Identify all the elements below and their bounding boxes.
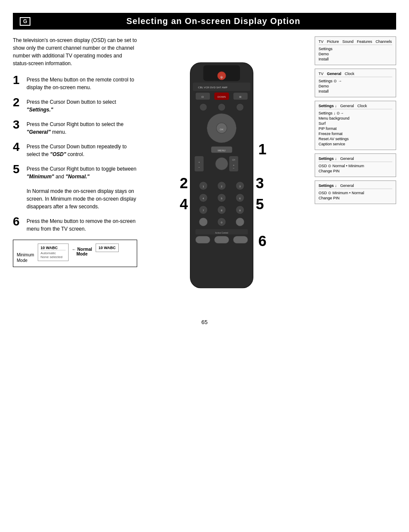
svg-text:1: 1 [203, 185, 204, 188]
menu-1-demo: Demo [319, 52, 392, 56]
menu-3-caption: Caption service [319, 142, 392, 146]
step-5-number: 5 [13, 163, 23, 175]
step-2-text: Press the Cursor Down button to select "… [27, 96, 137, 114]
step-3-number: 3 [13, 119, 23, 131]
svg-text:6: 6 [259, 233, 267, 249]
page-number: 65 [0, 319, 409, 325]
step-3-text: Press the Cursor Right button to select … [27, 119, 137, 136]
step-6-text: Press the Menu button to remove the on-s… [27, 216, 137, 233]
step-5-text: Press the Cursor Right button to toggle … [27, 163, 137, 180]
menu-4-osd: OSD ⊙ Normal • Minimum [319, 164, 392, 168]
osd-minimum-label: MinimumMode [17, 243, 34, 263]
svg-point-16 [207, 125, 214, 132]
svg-text:−: − [198, 166, 200, 169]
svg-text:4: 4 [203, 197, 204, 200]
menu-2-demo: Demo [319, 84, 392, 88]
svg-text:CBL VCR DVD SAT AMP: CBL VCR DVD SAT AMP [198, 86, 227, 89]
svg-rect-56 [233, 236, 248, 243]
main-content: The television's on-screen display (OSD)… [13, 36, 396, 310]
svg-text:5: 5 [256, 196, 264, 212]
menu-1-install: Install [319, 57, 392, 61]
menu-5-osd: OSD ⊙ Minimum • Normal [319, 191, 392, 195]
menu-3-pip: PIP format [319, 126, 392, 131]
menu-5-title: Settings ↓ General [319, 183, 392, 189]
svg-text:OK: OK [220, 128, 224, 131]
remote-illustration: CBL VCR DVD SAT AMP ⊡ DOWN ⊞ OK [142, 36, 310, 310]
intro-paragraph: The television's on-screen display (OSD)… [13, 36, 137, 67]
svg-point-11 [218, 103, 225, 111]
step-4-number: 4 [13, 141, 23, 153]
step-5-extra: 5 In Normal mode the on-screen display s… [13, 186, 137, 210]
svg-point-51 [236, 218, 244, 226]
menu-screen-4: Settings ↓ General OSD ⊙ Normal • Minimu… [315, 153, 396, 177]
left-column: The television's on-screen display (OSD)… [13, 36, 137, 310]
svg-text:2: 2 [221, 185, 223, 188]
menu-3-freeze: Freeze format [319, 132, 392, 136]
svg-text:3: 3 [239, 185, 241, 188]
svg-rect-55 [214, 236, 229, 243]
menu-screen-5: Settings ↓ General OSD ⊙ Minimum • Norma… [315, 180, 396, 204]
osd-diagram: MinimumMode 10 WABC Automatic None selec… [13, 240, 137, 267]
svg-text:+: + [233, 163, 235, 166]
step-5-extra-text: In Normal mode the on-screen display sta… [27, 186, 137, 210]
menu-1-title: TV Picture Sound Features Channels [319, 39, 392, 45]
step-1: 1 Press the Menu button on the remote co… [13, 74, 137, 91]
step-2-number: 2 [13, 96, 23, 108]
svg-point-12 [236, 103, 244, 111]
step-6-number: 6 [13, 216, 23, 228]
svg-point-10 [200, 103, 207, 111]
page-header: G Selecting an On-screen Display Option [13, 13, 396, 30]
svg-text:3: 3 [256, 175, 264, 191]
step-2: 2 Press the Cursor Down button to select… [13, 96, 137, 114]
svg-text:4: 4 [180, 196, 188, 212]
svg-text:2: 2 [180, 175, 188, 191]
step-3: 3 Press the Cursor Right button to selec… [13, 119, 137, 136]
remote-svg: CBL VCR DVD SAT AMP ⊡ DOWN ⊞ OK [174, 36, 269, 309]
svg-text:−: − [233, 167, 235, 170]
menu-screen-2: TV General Clock Settings ⊙ → Demo Insta… [315, 69, 396, 97]
svg-rect-54 [195, 236, 210, 243]
menu-4-pin: Change PIN [319, 169, 392, 173]
svg-text:⊞: ⊞ [239, 95, 241, 98]
menu-2-settings: Settings ⊙ → [319, 79, 392, 83]
step-4-text: Press the Cursor Down button repeatedly … [27, 141, 137, 158]
svg-text:CH: CH [232, 159, 236, 161]
step-1-text: Press the Menu button on the remote cont… [27, 74, 137, 91]
menu-2-title: TV General Clock [319, 72, 392, 77]
steps-list: 1 Press the Menu button on the remote co… [13, 74, 137, 233]
menu-3-settings: Settings ↓ ⊙→ [319, 111, 392, 115]
menu-5-pin: Change PIN [319, 196, 392, 200]
svg-text:8: 8 [221, 209, 223, 212]
svg-text:6: 6 [239, 197, 241, 200]
svg-point-17 [230, 125, 237, 132]
right-column: TV Picture Sound Features Channels Setti… [315, 36, 396, 310]
svg-text:MENU: MENU [218, 149, 226, 152]
menu-screen-3: Settings ↓ General Clock Settings ↓ ⊙→ M… [315, 101, 396, 150]
svg-text:9: 9 [239, 209, 241, 212]
menu-3-surf: Surf [319, 121, 392, 126]
header-badge: G [20, 17, 30, 26]
svg-text:0: 0 [221, 221, 223, 224]
osd-minimum-screen: 10 WABC Automatic None selected [38, 243, 69, 261]
step-5: 5 Press the Cursor Right button to toggl… [13, 163, 137, 180]
remote-container: CBL VCR DVD SAT AMP ⊡ DOWN ⊞ OK [174, 36, 277, 310]
step-6: 6 Press the Menu button to remove the on… [13, 216, 137, 233]
menu-2-install: Install [319, 89, 392, 93]
svg-text:1: 1 [259, 141, 267, 157]
svg-point-48 [199, 218, 208, 226]
page-title: Selecting an On-screen Display Option [37, 16, 389, 26]
step-1-number: 1 [13, 74, 23, 86]
svg-text:⊡: ⊡ [202, 95, 204, 98]
svg-point-14 [219, 114, 225, 121]
svg-text:Active Control: Active Control [215, 232, 228, 234]
menu-4-title: Settings ↓ General [319, 156, 392, 162]
svg-text:5: 5 [221, 197, 223, 200]
svg-text:⏻: ⏻ [220, 75, 223, 78]
menu-3-title: Settings ↓ General Clock [319, 104, 392, 109]
menu-3-menu-bg: Menu background [319, 116, 392, 120]
svg-rect-22 [194, 156, 204, 172]
menu-1-settings: Settings [319, 47, 392, 51]
menu-3-reset: Reset AV settings [319, 137, 392, 141]
osd-normal-screen: 10 WABC [96, 243, 119, 252]
step-4: 4 Press the Cursor Down button repeatedl… [13, 141, 137, 158]
